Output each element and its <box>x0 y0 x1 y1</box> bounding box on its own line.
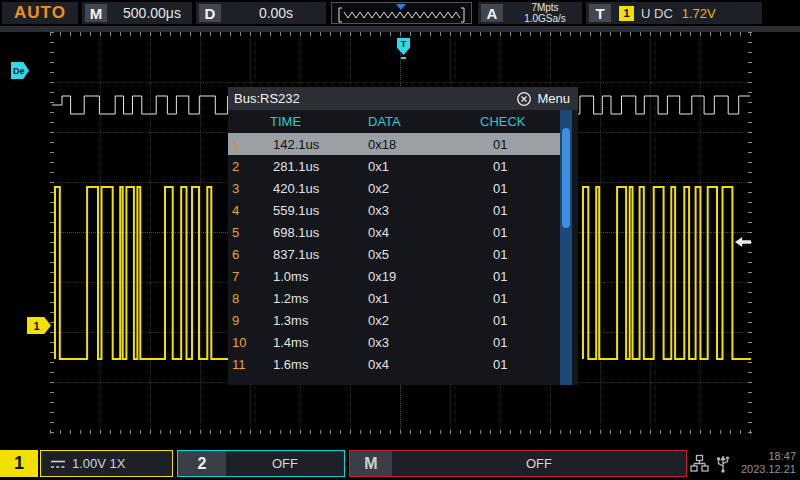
table-column-headers: TIME DATA CHECK <box>228 110 564 133</box>
panel-title: Bus:RS232 <box>228 91 516 106</box>
table-row[interactable]: 4559.1us0x301 <box>228 199 564 221</box>
cell-check: 01 <box>467 291 564 306</box>
ruler-top <box>50 32 752 36</box>
cell-time: 142.1us <box>254 137 349 152</box>
acquire-key: A <box>481 4 503 22</box>
cell-check: 01 <box>467 357 564 372</box>
acquire-values: 7Mpts 1.0GSa/s <box>508 2 582 24</box>
cell-time: 281.1us <box>254 159 349 174</box>
panel-header: Bus:RS232 Menu <box>228 87 578 110</box>
math-settings-box[interactable]: M OFF <box>349 450 687 477</box>
waveform-preview[interactable] <box>331 2 472 24</box>
menu-button[interactable]: Menu <box>537 91 570 106</box>
trigger-position-indicator[interactable] <box>396 4 406 10</box>
usb-icon <box>715 453 731 478</box>
clock: 18:47 2023.12.21 <box>741 450 796 476</box>
table-row[interactable]: 91.3ms0x201 <box>228 309 564 331</box>
cell-time: 1.4ms <box>254 335 349 350</box>
cell-check: 01 <box>467 247 564 262</box>
cell-data: 0x1 <box>349 159 467 174</box>
cell-check: 01 <box>467 181 564 196</box>
cell-data: 0x2 <box>349 181 467 196</box>
delay-key: D <box>199 4 221 22</box>
ch1-number-badge[interactable]: 1 <box>0 450 38 477</box>
cell-idx: 4 <box>228 203 254 218</box>
oscilloscope-screen: AUTO M 500.00μs D 0.00s A 7Mpts 1.0GSa/s… <box>0 0 800 480</box>
scrollbar-thumb[interactable] <box>562 128 570 228</box>
table-row[interactable]: 3420.1us0x201 <box>228 177 564 199</box>
acquire-box[interactable]: A 7Mpts 1.0GSa/s <box>478 2 582 24</box>
cell-idx: 8 <box>228 291 254 306</box>
cell-data: 0x18 <box>349 137 467 152</box>
cell-data: 0x5 <box>349 247 467 262</box>
cell-idx: 2 <box>228 159 254 174</box>
table-row[interactable]: 81.2ms0x101 <box>228 287 564 309</box>
cell-data: 0x19 <box>349 269 467 284</box>
cell-idx: 9 <box>228 313 254 328</box>
cell-data: 0x4 <box>349 357 467 372</box>
acquisition-mode-badge[interactable]: AUTO <box>2 2 78 24</box>
clock-date: 2023.12.21 <box>741 463 796 476</box>
trigger-key: T <box>589 4 611 22</box>
table-row[interactable]: 71.0ms0x1901 <box>228 265 564 287</box>
cell-check: 01 <box>467 335 564 350</box>
cell-idx: 6 <box>228 247 254 262</box>
ch1-settings-box[interactable]: 1.00V 1X <box>40 450 173 477</box>
cell-idx: 5 <box>228 225 254 240</box>
decode-channel-marker[interactable]: De <box>11 62 29 79</box>
cell-check: 01 <box>467 203 564 218</box>
cell-check: 01 <box>467 159 564 174</box>
cell-time: 1.6ms <box>254 357 349 372</box>
table-row[interactable]: 5698.1us0x401 <box>228 221 564 243</box>
cell-time: 420.1us <box>254 181 349 196</box>
dc-coupling-icon <box>49 458 67 470</box>
cell-time: 1.2ms <box>254 291 349 306</box>
trigger-type-coupling: U DC <box>641 6 673 21</box>
trigger-position-tick <box>401 57 406 59</box>
cell-time: 1.3ms <box>254 313 349 328</box>
cell-time: 837.1us <box>254 247 349 262</box>
lan-icon <box>690 454 709 477</box>
ch2-settings-box[interactable]: 2 OFF <box>177 450 345 477</box>
ruler-bottom <box>50 430 752 434</box>
cell-check: 01 <box>467 137 564 152</box>
gridline-horizontal <box>50 82 752 83</box>
cell-data: 0x2 <box>349 313 467 328</box>
cell-time: 559.1us <box>254 203 349 218</box>
ch2-number-badge: 2 <box>178 451 226 476</box>
memory-depth: 7Mpts <box>508 2 582 13</box>
column-header-data: DATA <box>349 114 467 129</box>
timebase-box[interactable]: M 500.00μs <box>82 2 192 24</box>
cell-check: 01 <box>467 225 564 240</box>
delay-box[interactable]: D 0.00s <box>196 2 326 24</box>
cell-idx: 1 <box>228 137 254 152</box>
cell-idx: 10 <box>228 335 254 350</box>
cell-time: 698.1us <box>254 225 349 240</box>
cell-idx: 11 <box>228 357 254 372</box>
column-header-check: CHECK <box>467 114 564 129</box>
table-row[interactable]: 2281.1us0x101 <box>228 155 564 177</box>
trigger-box[interactable]: T 1 U DC 1.72V <box>586 2 762 24</box>
top-status-bar: AUTO M 500.00μs D 0.00s A 7Mpts 1.0GSa/s… <box>0 0 800 26</box>
table-row[interactable]: 1142.1us0x1801 <box>228 133 564 155</box>
cell-data: 0x1 <box>349 291 467 306</box>
cell-check: 01 <box>467 313 564 328</box>
ch1-ground-marker[interactable]: 1 <box>27 317 51 334</box>
cell-idx: 3 <box>228 181 254 196</box>
table-row[interactable]: 111.6ms0x401 <box>228 353 564 375</box>
cell-idx: 7 <box>228 269 254 284</box>
clock-time: 18:47 <box>741 450 796 463</box>
scrollbar[interactable] <box>560 110 572 385</box>
timebase-value: 500.00μs <box>112 5 192 21</box>
table-row[interactable]: 6837.1us0x501 <box>228 243 564 265</box>
cell-check: 01 <box>467 269 564 284</box>
cell-time: 1.0ms <box>254 269 349 284</box>
bottom-channel-bar: 1 1.00V 1X 2 OFF M OFF <box>0 450 800 477</box>
close-icon[interactable] <box>516 91 532 107</box>
cell-data: 0x3 <box>349 335 467 350</box>
column-header-time: TIME <box>254 114 349 129</box>
delay-value: 0.00s <box>226 5 326 21</box>
ch1-scale-text: 1.00V 1X <box>72 456 126 471</box>
trigger-source-badge: 1 <box>619 6 634 21</box>
table-row[interactable]: 101.4ms0x301 <box>228 331 564 353</box>
